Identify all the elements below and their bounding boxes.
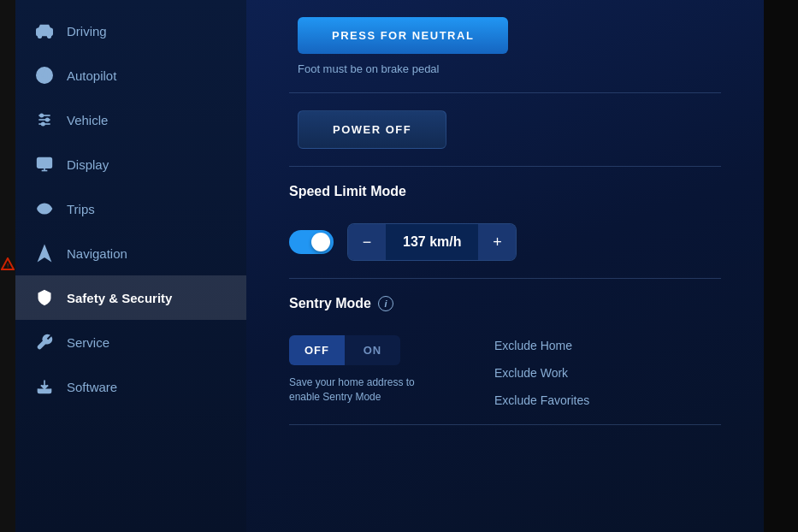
display-icon <box>34 154 55 174</box>
speed-limit-toggle[interactable] <box>289 230 334 254</box>
divider-1 <box>289 92 721 93</box>
wrench-icon <box>34 332 55 352</box>
exclude-favorites[interactable]: Exclude Favorites <box>494 393 589 407</box>
sidebar-item-label-software: Software <box>67 380 117 394</box>
svg-point-20 <box>43 296 47 300</box>
sidebar-item-label-display: Display <box>67 157 109 172</box>
shield-icon <box>34 287 55 308</box>
toggle-thumb <box>311 233 330 251</box>
navigation-icon <box>34 243 55 263</box>
sentry-off-on-toggle: OFF ON <box>289 335 400 365</box>
sidebar-item-vehicle[interactable]: Vehicle <box>15 98 246 142</box>
svg-point-15 <box>42 122 44 125</box>
sidebar-item-safety-security[interactable]: Safety & Security <box>15 275 246 320</box>
trips-icon <box>34 198 55 219</box>
svg-marker-19 <box>38 246 50 261</box>
sidebar-item-service[interactable]: Service <box>15 320 246 364</box>
svg-point-3 <box>38 35 42 38</box>
sentry-mode-section: Sentry Mode i OFF ON Save your home addr… <box>289 296 721 407</box>
press-neutral-button[interactable]: PRESS FOR NEUTRAL <box>298 17 508 54</box>
sidebar-item-label-safety-security: Safety & Security <box>67 291 172 305</box>
svg-text:!: ! <box>7 262 9 269</box>
right-edge <box>764 0 798 532</box>
speed-decrease-button[interactable]: − <box>348 224 386 260</box>
sliders-icon <box>34 109 55 130</box>
car-icon <box>34 21 55 41</box>
sidebar-item-label-vehicle: Vehicle <box>67 113 108 127</box>
sidebar-item-label-navigation: Navigation <box>67 246 127 261</box>
sidebar-item-software[interactable]: Software <box>15 364 246 409</box>
svg-point-13 <box>40 114 43 116</box>
steering-wheel-icon <box>34 65 55 86</box>
sentry-row: OFF ON Save your home address to enable … <box>289 335 721 407</box>
speed-limit-section: Speed Limit Mode − 137 km/h + <box>289 184 721 261</box>
sentry-left: OFF ON Save your home address to enable … <box>289 335 443 405</box>
svg-point-4 <box>48 35 51 38</box>
sidebar: Driving Autopilot Vehicle <box>15 0 246 532</box>
exclude-home[interactable]: Exclude Home <box>494 339 589 352</box>
sentry-note: Save your home address to enable Sentry … <box>289 375 443 405</box>
speed-display: 137 km/h <box>386 234 478 250</box>
sidebar-item-autopilot[interactable]: Autopilot <box>15 53 246 98</box>
exclude-work[interactable]: Exclude Work <box>494 366 589 380</box>
sentry-right: Exclude Home Exclude Work Exclude Favori… <box>494 335 589 407</box>
sidebar-item-label-driving: Driving <box>67 24 107 38</box>
svg-point-6 <box>42 73 47 78</box>
left-edge: ! <box>0 0 15 532</box>
speed-controls: − 137 km/h + <box>289 223 721 261</box>
sentry-off-button[interactable]: OFF <box>289 335 345 365</box>
svg-point-14 <box>46 118 49 121</box>
divider-3 <box>289 278 721 279</box>
download-icon <box>34 376 55 397</box>
speed-limit-title: Speed Limit Mode <box>289 184 721 199</box>
sentry-on-button[interactable]: ON <box>345 335 400 365</box>
sidebar-item-trips[interactable]: Trips <box>15 186 246 231</box>
sidebar-item-label-service: Service <box>67 335 109 350</box>
sentry-info-icon[interactable]: i <box>378 296 393 311</box>
sidebar-item-navigation[interactable]: Navigation <box>15 231 246 275</box>
main-content: PRESS FOR NEUTRAL Foot must be on brake … <box>246 0 764 532</box>
speed-value-control: − 137 km/h + <box>347 223 517 261</box>
foot-note-text: Foot must be on brake pedal <box>298 62 721 75</box>
sidebar-item-label-autopilot: Autopilot <box>67 68 116 83</box>
svg-rect-16 <box>38 158 52 168</box>
sidebar-item-label-trips: Trips <box>67 202 95 216</box>
power-off-button[interactable]: POWER OFF <box>298 110 446 149</box>
divider-2 <box>289 166 721 167</box>
sidebar-item-driving[interactable]: Driving <box>15 9 246 53</box>
sidebar-item-display[interactable]: Display <box>15 142 246 186</box>
speed-increase-button[interactable]: + <box>478 224 516 260</box>
divider-4 <box>289 424 721 425</box>
sentry-mode-title: Sentry Mode i <box>289 296 721 311</box>
